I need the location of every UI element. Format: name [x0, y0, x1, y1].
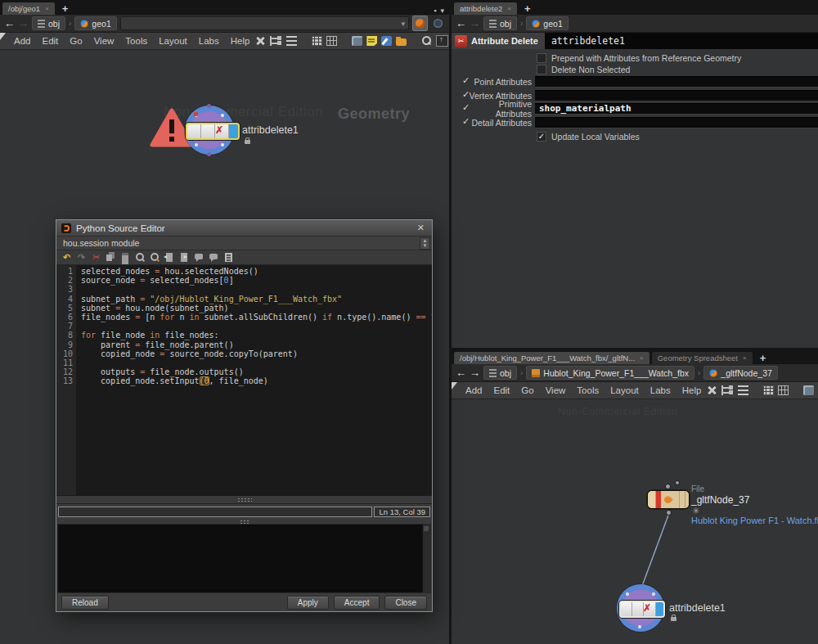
menu-edit[interactable]: Edit — [36, 36, 64, 46]
code-line[interactable]: 8for file_node in file_nodes: — [56, 331, 432, 340]
breadcrumb-geo1[interactable]: geo1 — [74, 16, 116, 30]
code-line[interactable]: 7 — [56, 322, 432, 331]
redo-icon[interactable]: ↷ — [76, 252, 87, 263]
vertex-attributes-input[interactable] — [535, 90, 818, 101]
menu-go[interactable]: Go — [64, 36, 88, 46]
comment-icon[interactable] — [194, 252, 204, 263]
pane-tab-attribdelete2[interactable]: attribdelete2 × — [454, 2, 517, 15]
edit-external-icon[interactable] — [223, 252, 234, 263]
code-line[interactable]: 12 outputs = file_node.outputs() — [56, 367, 432, 376]
pane-grip-handle[interactable] — [452, 382, 457, 390]
edit-network-icon[interactable] — [381, 36, 392, 46]
back-arrow-icon[interactable]: ← — [456, 16, 466, 31]
node-name-label[interactable]: attribdelete1 — [669, 602, 726, 614]
search-icon[interactable] — [421, 36, 432, 46]
close-button[interactable]: Close — [384, 596, 427, 610]
pane-tab-geometry-spreadsheet[interactable]: Geometry Spreadsheet × — [652, 352, 753, 364]
tab-close-icon[interactable]: × — [640, 354, 644, 362]
code-line[interactable]: 3 — [56, 285, 432, 294]
menu-add[interactable]: Add — [460, 385, 488, 395]
snapshot-icon[interactable] — [436, 35, 448, 47]
menu-help[interactable]: Help — [676, 385, 708, 395]
menu-tools[interactable]: Tools — [571, 385, 605, 395]
tab-close-icon[interactable]: × — [743, 354, 747, 362]
code-line[interactable]: 9 parent = file_node.parent() — [56, 340, 432, 349]
code-line[interactable]: 5subnet = hou.node(subnet_path) — [56, 304, 432, 313]
pane-tab-fbx-network[interactable]: /obj/Hublot_King_Power_F1___Watch_fbx/_g… — [454, 352, 649, 364]
primitive-attributes-input[interactable]: shop_materialpath — [535, 103, 818, 115]
prepend-checkbox[interactable] — [537, 53, 546, 63]
menu-layout[interactable]: Layout — [605, 385, 645, 395]
folder-icon[interactable] — [396, 38, 407, 46]
pane-menu-icon[interactable]: ▪ — [434, 7, 436, 15]
find-replace-icon[interactable] — [150, 252, 160, 263]
new-tab-button[interactable]: + — [753, 352, 774, 364]
tab-close-icon[interactable]: × — [507, 5, 511, 12]
output-connector-dot[interactable] — [667, 511, 671, 515]
world-icon[interactable] — [431, 16, 445, 30]
menu-view[interactable]: View — [540, 385, 572, 395]
grid-snap-icon[interactable] — [312, 36, 322, 46]
breadcrumb-obj[interactable]: obj — [483, 366, 517, 380]
copy-icon[interactable] — [106, 252, 116, 263]
menu-labs[interactable]: Labs — [645, 385, 676, 395]
pane-grip-handle[interactable] — [0, 33, 6, 40]
input-connector-dot[interactable] — [666, 484, 670, 489]
close-icon[interactable]: ✕ — [415, 223, 427, 233]
code-line[interactable]: 2source_node = selected_nodes[0] — [56, 276, 432, 285]
forward-arrow-icon[interactable]: → — [470, 366, 480, 381]
code-line[interactable]: 4subnet_path = "/obj/Hublot_King_Power_F… — [56, 295, 432, 304]
code-line[interactable]: 6file_nodes = [n for n in subnet.allSubC… — [56, 313, 432, 322]
indent-icon[interactable] — [179, 252, 190, 263]
tab-close-icon[interactable]: × — [45, 5, 49, 12]
output-console[interactable] — [57, 524, 431, 593]
grid-layout-icon[interactable] — [778, 385, 789, 395]
network-canvas[interactable]: Non-Commercial Edition File _gltfNode_37… — [452, 399, 818, 644]
uncomment-icon[interactable] — [209, 252, 219, 263]
chevron-down-icon[interactable]: ▾ — [440, 7, 444, 15]
pane-tab-obj-geo1[interactable]: /obj/geo1 × — [2, 2, 55, 15]
reload-button[interactable]: Reload — [61, 596, 109, 610]
unindent-icon[interactable] — [164, 252, 175, 263]
tree-view-icon[interactable] — [721, 385, 734, 395]
accept-button[interactable]: Accept — [334, 596, 380, 610]
grid-layout-icon[interactable] — [326, 36, 337, 46]
sticky-note-icon[interactable] — [366, 36, 377, 46]
code-line[interactable]: 10 copied_node = source_node.copyTo(pare… — [56, 349, 432, 358]
breadcrumb-subnet[interactable]: Hublot_King_Power_F1___Watch_fbx — [526, 366, 694, 380]
list-view-icon[interactable] — [286, 36, 297, 46]
new-tab-button[interactable]: + — [517, 2, 538, 15]
cut-icon[interactable]: ✂ — [91, 252, 101, 263]
forward-arrow-icon[interactable]: → — [470, 16, 480, 31]
code-line[interactable]: 11 — [56, 358, 432, 367]
module-selector[interactable]: hou.session module ▲▼ — [56, 236, 432, 250]
point-attributes-input[interactable] — [535, 76, 818, 88]
delete-non-selected-checkbox[interactable] — [537, 65, 546, 74]
breadcrumb-geo1[interactable]: geo1 — [526, 16, 568, 30]
code-line[interactable]: 13 copied_node.setInput(0, file_node) — [56, 376, 432, 385]
node-name-field[interactable]: attribdelete1 — [545, 35, 818, 47]
menu-go[interactable]: Go — [515, 385, 539, 395]
menu-edit[interactable]: Edit — [488, 385, 515, 395]
file-node-name-label[interactable]: _gltfNode_37 — [691, 494, 749, 506]
undo-icon[interactable]: ↶ — [61, 252, 72, 263]
forward-arrow-icon[interactable]: → — [18, 16, 29, 31]
back-arrow-icon[interactable]: ← — [456, 366, 466, 381]
grid-snap-icon[interactable] — [763, 385, 774, 395]
scrollbar-grip[interactable] — [424, 526, 429, 531]
attribdelete-node[interactable]: ✗ — [619, 601, 665, 618]
code-line[interactable]: 1selected_nodes = hou.selectedNodes() — [56, 267, 432, 276]
code-editor[interactable]: 1selected_nodes = hou.selectedNodes()2so… — [56, 265, 432, 495]
display-options-icon[interactable] — [803, 385, 814, 395]
tools-wrench-icon[interactable] — [707, 385, 717, 395]
houdini-badge-icon[interactable] — [412, 16, 428, 31]
tree-view-icon[interactable] — [270, 36, 282, 46]
breadcrumb-gltfnode[interactable]: _gltfNode_37 — [703, 366, 777, 380]
menu-add[interactable]: Add — [8, 36, 36, 46]
menu-view[interactable]: View — [88, 36, 120, 46]
console-scrollbar[interactable] — [422, 525, 430, 592]
menu-help[interactable]: Help — [225, 36, 256, 46]
node-name-label[interactable]: attribdelete1 — [242, 124, 299, 136]
breadcrumb-obj[interactable]: obj — [32, 16, 65, 30]
path-dropdown-field[interactable]: ▾ — [120, 16, 409, 30]
